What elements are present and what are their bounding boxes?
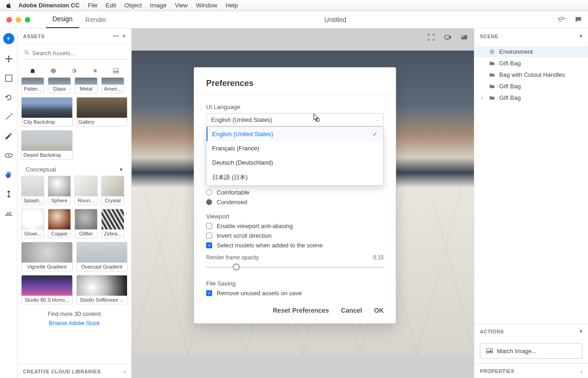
camera-bookmark-icon[interactable] [444,33,452,41]
preferences-dialog: Preferences UI Language English (United … [194,67,396,324]
expand-icon[interactable]: ‹ [124,369,126,374]
reset-preferences-button[interactable]: Reset Preferences [273,307,329,314]
asset-item[interactable]: Gallery [76,97,128,126]
language-option[interactable]: 日本語 (日本) [207,170,383,185]
asset-item[interactable]: Roun... [75,176,98,205]
scene-item[interactable]: Gift Bag [474,57,588,69]
scene-item-label: Gift Bag [499,94,521,101]
feedback-icon[interactable] [574,16,582,24]
frame-icon[interactable] [427,33,435,41]
panel-menu-icon[interactable]: ••• [113,33,119,39]
magic-wand-icon[interactable] [4,112,13,121]
menu-help[interactable]: Help [225,2,238,9]
asset-item[interactable]: Overcast Gradient [76,242,128,271]
assets-tab-materials-icon[interactable] [50,67,57,74]
menu-file[interactable]: File [88,2,98,9]
asset-item[interactable]: Copper [48,209,71,238]
dolly-icon[interactable] [4,189,13,199]
scene-panel-title: SCENE [480,34,498,39]
asset-item[interactable]: Studio Softboxes ... [76,275,128,304]
ui-language-select[interactable]: English (United States) ⌵ English (Unite… [206,113,384,126]
match-image-button[interactable]: Match Image... [480,343,582,359]
ui-language-value: English (United States) [211,116,272,123]
asset-item[interactable]: Glass [48,77,71,93]
cancel-button[interactable]: Cancel [341,307,362,314]
menu-view[interactable]: View [175,2,188,9]
pan-icon[interactable] [4,170,13,179]
assets-tab-images-icon[interactable] [112,67,120,74]
orbit-icon[interactable] [4,151,13,160]
assets-title: ASSETS [23,34,45,39]
learn-icon[interactable] [558,16,566,24]
asset-item[interactable]: Desert Backdrop [21,130,73,160]
asset-item[interactable]: Splash.. [21,176,44,205]
tab-design[interactable]: Design [46,11,79,28]
svg-rect-11 [487,349,493,353]
menu-edit[interactable]: Edit [106,2,116,9]
assets-tab-models-icon[interactable] [29,67,36,74]
select-tool-icon[interactable] [4,74,13,83]
chevron-right-icon[interactable]: › [481,94,485,101]
language-option[interactable]: Français (France) [207,141,383,155]
browse-stock-link[interactable]: Browse Adobe Stock [21,320,127,331]
assets-tab-lights-icon[interactable] [70,67,78,74]
scene-item-label: Gift Bag [499,60,521,67]
asset-item[interactable]: Glitter [75,209,98,238]
cc-libraries-title[interactable]: CREATIVE CLOUD LIBRARIES [23,369,101,374]
minimize-window-button[interactable] [16,17,21,23]
asset-item[interactable]: Zebra... [101,209,124,238]
asset-item[interactable]: Metal [75,77,98,93]
scene-item[interactable]: Gift Bag [474,80,588,92]
asset-item[interactable]: Glowi... [21,209,44,238]
add-button[interactable]: + [3,33,14,44]
actions-collapse-icon[interactable]: ▾ [580,328,582,334]
asset-item[interactable]: Sphere [48,176,71,205]
scene-item[interactable]: Bag with Cutout Handles [474,69,588,80]
asset-item[interactable]: Patter... [21,77,44,93]
asset-item[interactable]: Crystal [101,176,124,205]
render-opacity-slider[interactable] [206,263,384,272]
undo-icon[interactable] [4,93,13,102]
eyedropper-icon[interactable] [4,132,13,141]
render-preview-icon[interactable] [460,33,468,41]
scene-item[interactable]: ›Gift Bag [474,92,588,103]
move-tool-icon[interactable] [4,54,13,63]
asset-item[interactable]: Ameri... [101,77,124,93]
apple-icon [6,2,12,9]
properties-expand-icon[interactable]: ‹ [581,368,582,374]
menu-window[interactable]: Window [196,2,217,9]
section-collapse-icon[interactable]: ▾ [120,166,123,173]
assets-panel: ASSETS ••• ▾ Patter... Glass Metal Ameri… [17,29,132,378]
viewport-checkbox[interactable]: Enable viewport anti-aliasing [206,223,384,229]
asset-item[interactable]: Studio 80 S Horro... [21,275,73,304]
match-image-label: Match Image... [497,348,536,355]
scene-panel-collapse-icon[interactable]: ▾ [580,33,583,39]
layout-condensed-radio[interactable]: Condensed [206,199,384,206]
zoom-window-button[interactable] [25,17,30,23]
svg-rect-7 [445,35,450,39]
tool-rail: + [0,29,17,378]
menu-object[interactable]: Object [124,2,142,9]
ok-button[interactable]: OK [374,307,384,314]
layout-comfortable-radio[interactable]: Comfortable [206,189,384,196]
tab-render[interactable]: Render [79,12,113,28]
horizon-icon[interactable] [4,209,13,218]
close-window-button[interactable] [6,17,12,23]
viewport-checkbox[interactable]: ✓Select models when added to the scene [206,242,384,249]
svg-point-5 [94,69,97,72]
language-option[interactable]: English (United States)✓ [207,127,383,141]
language-option[interactable]: Deutsch (Deutschland) [207,155,383,170]
viewport-checkbox[interactable]: Invert scroll direction [206,232,384,239]
remove-unused-checkbox[interactable]: ✓Remove unused assets on save [206,290,384,297]
svg-rect-9 [461,35,464,38]
asset-item[interactable]: Vignette Gradient [21,242,73,271]
menu-image[interactable]: Image [150,2,167,9]
assets-search-input[interactable] [22,47,127,60]
collapse-icon[interactable]: ▾ [123,33,126,39]
cursor-icon [313,113,320,122]
viewport-label: Viewport [206,213,384,220]
scene-item-label: Bag with Cutout Handles [499,71,565,78]
scene-item[interactable]: Environment [474,46,588,57]
asset-item[interactable]: City Backdrop [21,97,73,126]
assets-tab-environments-icon[interactable] [92,67,99,74]
